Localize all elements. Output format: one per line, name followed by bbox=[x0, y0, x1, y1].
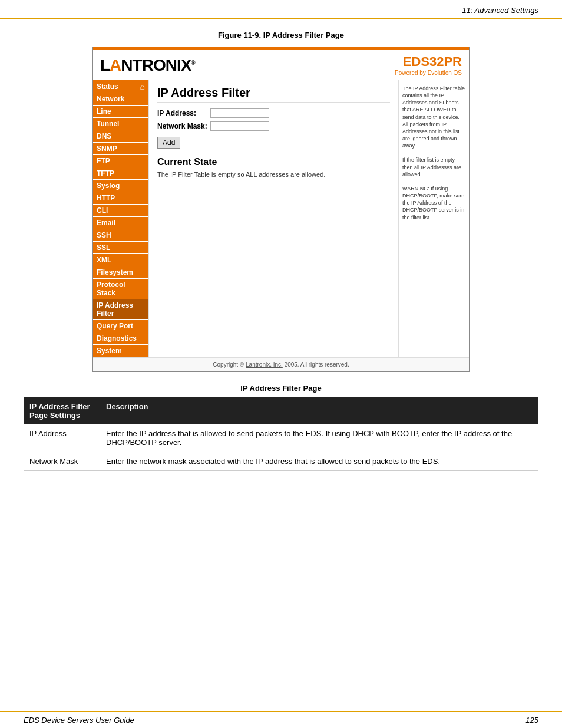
ip-address-input[interactable] bbox=[210, 108, 269, 118]
table-row: IP Address Enter the IP address that is … bbox=[24, 424, 538, 452]
eds-logo: EDS32PR Powered by Evolution OS bbox=[395, 54, 462, 76]
desc-network-mask: Enter the network mask associated with t… bbox=[100, 452, 538, 471]
sidebar-item-ssh[interactable]: SSH bbox=[93, 229, 148, 242]
col2-header: Description bbox=[100, 397, 538, 424]
description-table: IP Address Filter Page Settings Descript… bbox=[24, 397, 538, 471]
current-state-section: Current State The IP Filter Table is emp… bbox=[157, 157, 390, 178]
page-footer: EDS Device Servers User Guide 125 bbox=[0, 711, 562, 728]
main-content: Figure 11-9. IP Address Filter Page LANT… bbox=[0, 19, 562, 483]
sidebar-item-query-port[interactable]: Query Port bbox=[93, 320, 148, 332]
sidebar-item-diagnostics[interactable]: Diagnostics bbox=[93, 332, 148, 345]
network-mask-label: Network Mask: bbox=[157, 122, 210, 130]
sidebar-item-http[interactable]: HTTP bbox=[93, 192, 148, 205]
sidebar-item-system[interactable]: System bbox=[93, 345, 148, 357]
network-mask-row: Network Mask: bbox=[157, 121, 390, 131]
lantronix-logo: LANTRONIX® bbox=[100, 56, 195, 75]
figure-caption: Figure 11-9. IP Address Filter Page bbox=[24, 31, 538, 39]
ip-address-row: IP Address: bbox=[157, 108, 390, 118]
home-icon[interactable]: ⌂ bbox=[140, 82, 145, 91]
ip-address-label: IP Address: bbox=[157, 109, 210, 117]
sidebar-item-email[interactable]: Email bbox=[93, 217, 148, 229]
page-title: IP Address Filter bbox=[157, 86, 390, 103]
sidebar-item-syslog[interactable]: Syslog bbox=[93, 180, 148, 192]
description-section-title: IP Address Filter Page bbox=[24, 384, 538, 393]
current-state-text: The IP Filter Table is empty so ALL addr… bbox=[157, 171, 390, 178]
table-row: Network Mask Enter the network mask asso… bbox=[24, 452, 538, 471]
footer-left: EDS Device Servers User Guide bbox=[24, 716, 134, 724]
sidebar-item-ssl[interactable]: SSL bbox=[93, 242, 148, 254]
sidebar: Status ⌂ Network Line Tunnel DNS SNMP FT… bbox=[93, 80, 149, 357]
page-header: 11: Advanced Settings bbox=[0, 0, 562, 19]
sidebar-item-filesystem[interactable]: Filesystem bbox=[93, 266, 148, 279]
sidebar-item-dns[interactable]: DNS bbox=[93, 130, 148, 143]
logo-row: LANTRONIX® EDS32PR Powered by Evolution … bbox=[93, 50, 469, 80]
copyright-link[interactable]: Lantronix, Inc. bbox=[246, 361, 283, 368]
footer-page: 125 bbox=[525, 716, 538, 724]
info-text: The IP Address Filter table contains all… bbox=[402, 85, 465, 221]
sidebar-item-line[interactable]: Line bbox=[93, 106, 148, 118]
info-panel: The IP Address Filter table contains all… bbox=[398, 80, 469, 357]
col1-header: IP Address Filter Page Settings bbox=[24, 397, 100, 424]
sidebar-item-tftp[interactable]: TFTP bbox=[93, 167, 148, 180]
sidebar-item-network[interactable]: Network bbox=[93, 93, 148, 106]
sidebar-item-ip-address-filter[interactable]: IP Address Filter bbox=[93, 299, 148, 320]
current-state-heading: Current State bbox=[157, 157, 390, 167]
desc-ip-address: Enter the IP address that is allowed to … bbox=[100, 424, 538, 452]
screenshot-footer: Copyright © Lantronix, Inc. 2005. All ri… bbox=[93, 357, 469, 371]
sidebar-item-ftp[interactable]: FTP bbox=[93, 155, 148, 167]
setting-ip-address: IP Address bbox=[24, 424, 100, 452]
status-label: Status bbox=[97, 83, 118, 91]
sidebar-item-cli[interactable]: CLI bbox=[93, 205, 148, 217]
setting-network-mask: Network Mask bbox=[24, 452, 100, 471]
sidebar-item-snmp[interactable]: SNMP bbox=[93, 143, 148, 155]
network-mask-input[interactable] bbox=[210, 121, 269, 131]
main-panel: IP Address Filter IP Address: Network Ma… bbox=[149, 80, 398, 357]
add-button[interactable]: Add bbox=[157, 137, 180, 149]
screenshot-body: Status ⌂ Network Line Tunnel DNS SNMP FT… bbox=[93, 80, 469, 357]
screenshot-frame: LANTRONIX® EDS32PR Powered by Evolution … bbox=[92, 47, 470, 372]
sidebar-item-tunnel[interactable]: Tunnel bbox=[93, 118, 148, 130]
sidebar-item-xml[interactable]: XML bbox=[93, 254, 148, 266]
chapter-title: 11: Advanced Settings bbox=[462, 6, 538, 15]
sidebar-status-row: Status ⌂ bbox=[93, 80, 148, 93]
sidebar-item-protocol-stack[interactable]: Protocol Stack bbox=[93, 279, 148, 299]
